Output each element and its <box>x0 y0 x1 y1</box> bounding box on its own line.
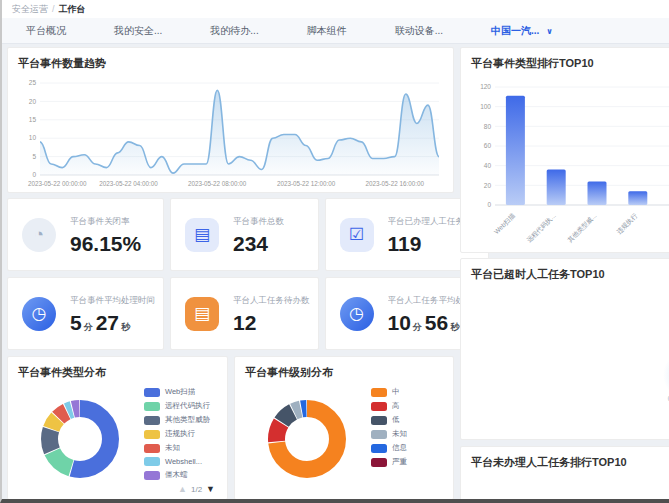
breadcrumb-section[interactable]: 安全运营 <box>12 3 48 16</box>
legend-label: 远程代码执行 <box>165 401 210 411</box>
legend-pager: ▲ 1/2 ▼ <box>178 484 215 494</box>
clock-icon <box>340 297 374 331</box>
card-title-event-trend: 平台事件数量趋势 <box>8 48 453 75</box>
kpi-number: 5 <box>70 311 82 334</box>
svg-text:100: 100 <box>480 103 491 110</box>
svg-text:40: 40 <box>484 162 492 169</box>
legend-label: 中 <box>392 387 400 397</box>
legend-item[interactable]: 严重 <box>371 457 407 467</box>
kpi-card-event-close-rate: 平台事件关闭率 96.15% <box>7 198 164 271</box>
kpi-card-event-total: 平台事件总数 234 <box>170 198 319 271</box>
kpi-value: 96.15% <box>70 233 151 254</box>
legend-label: 僵木蠕 <box>165 470 188 480</box>
legend-label: 严重 <box>392 457 407 467</box>
kpi-value: 5分27秒 <box>70 312 155 333</box>
card-overdue-tasks: 平台已超时人工任务TOP10 00 <box>460 258 669 440</box>
legend-swatch <box>144 457 160 466</box>
tab-linked-devices[interactable]: 联动设备... <box>395 24 443 38</box>
legend-item[interactable]: 高 <box>371 401 407 411</box>
svg-text:违规执行: 违规执行 <box>615 211 639 235</box>
tab-script-components[interactable]: 脚本组件 <box>307 24 347 38</box>
kpi-number: 96.15% <box>70 232 141 255</box>
kpi-number: 119 <box>388 232 422 255</box>
event-type-donut-chart <box>30 389 130 489</box>
svg-text:Web扫描: Web扫描 <box>493 211 518 236</box>
svg-text:5: 5 <box>32 153 36 160</box>
kpi-unit: 秒 <box>450 322 459 332</box>
legend-label: 高 <box>392 401 400 411</box>
svg-text:2023-05-22 12:00:00: 2023-05-22 12:00:00 <box>277 180 336 187</box>
legend-swatch <box>144 416 160 425</box>
legend-item[interactable]: 信息 <box>371 443 407 453</box>
svg-text:0: 0 <box>32 171 36 178</box>
kpi-label: 平台事件总数 <box>233 216 284 228</box>
kpi-number: 56 <box>425 311 448 334</box>
legend-page-down-icon[interactable]: ▼ <box>206 484 215 494</box>
svg-text:10: 10 <box>29 134 37 141</box>
kpi-label: 平台人工任务待办数 <box>233 295 310 307</box>
kpi-number: 10 <box>388 311 411 334</box>
svg-text:20: 20 <box>29 98 37 105</box>
kpi-value: 12 <box>233 312 310 333</box>
legend-item[interactable]: 其他类型威胁 <box>144 415 210 425</box>
chevron-down-icon[interactable]: ∨ <box>546 27 553 36</box>
task-check-icon <box>340 218 374 252</box>
legend-item[interactable]: 远程代码执行 <box>144 401 210 411</box>
legend-label: 信息 <box>392 443 407 453</box>
tab-my-security[interactable]: 我的安全... <box>114 24 162 38</box>
card-title-level-distribution: 平台事件级别分布 <box>235 357 453 384</box>
legend-label: 未知 <box>165 443 180 453</box>
svg-text:其他类型威...: 其他类型威... <box>565 212 598 245</box>
kpi-grid: 平台事件关闭率 96.15% 平台事件总数 234 平台已办理人工任务数 119… <box>7 198 454 350</box>
tab-china-faw[interactable]: 中国一汽... ∨ <box>491 24 553 38</box>
clock-icon <box>22 297 56 331</box>
legend-swatch <box>144 444 160 453</box>
kpi-label: 平台事件平均处理时间 <box>70 295 155 307</box>
svg-text:2023-05-22 04:00:00: 2023-05-22 04:00:00 <box>99 180 158 187</box>
legend-item[interactable]: Web扫描 <box>144 387 210 397</box>
tab-my-todo[interactable]: 我的待办... <box>210 24 258 38</box>
svg-text:120: 120 <box>480 83 491 90</box>
legend-swatch <box>144 402 160 411</box>
event-type-bar-chart: 020406080100120Web扫描远程代码执...其他类型威...违规执行 <box>461 75 669 249</box>
legend-item[interactable]: 低 <box>371 415 407 425</box>
kpi-value: 234 <box>233 233 284 254</box>
tab-platform-overview[interactable]: 平台概况 <box>26 24 66 38</box>
event-doc-icon <box>185 218 219 252</box>
kpi-label: 平台事件关闭率 <box>70 216 151 228</box>
legend-item[interactable]: Webshell... <box>144 457 210 466</box>
card-event-trend: 平台事件数量趋势 05101520252023-05-22 00:00:0020… <box>7 47 454 193</box>
legend-label: 低 <box>392 415 400 425</box>
svg-text:20: 20 <box>484 182 492 189</box>
event-level-donut-chart <box>257 389 357 489</box>
svg-text:2023-05-22 16:00:00: 2023-05-22 16:00:00 <box>365 180 424 187</box>
breadcrumb: 安全运营 / 工作台 <box>2 0 669 18</box>
legend-page-up-icon[interactable]: ▲ <box>178 484 187 494</box>
svg-text:60: 60 <box>484 142 492 149</box>
kpi-number: 234 <box>233 232 268 255</box>
legend-item[interactable]: 中 <box>371 387 407 397</box>
card-title-type-ranking: 平台事件类型排行TOP10 <box>461 48 669 75</box>
event-level-legend: 中高低未知信息严重 <box>371 387 407 467</box>
legend-swatch <box>371 444 387 453</box>
card-title-type-distribution: 平台事件类型分布 <box>8 357 227 384</box>
svg-text:2023-05-22 08:00:00: 2023-05-22 08:00:00 <box>188 180 247 187</box>
legend-item[interactable]: 违规执行 <box>144 429 210 439</box>
legend-item[interactable]: 僵木蠕 <box>144 470 210 480</box>
svg-text:25: 25 <box>29 79 37 86</box>
legend-label: 未知 <box>392 429 407 439</box>
event-trend-line-chart: 05101520252023-05-22 00:00:002023-05-22 … <box>8 75 453 193</box>
kpi-unit: 秒 <box>121 322 130 332</box>
legend-item[interactable]: 未知 <box>144 443 210 453</box>
card-unhandled-tasks-ranking: 平台未办理人工任务排行TOP10 <box>460 446 669 503</box>
breadcrumb-current: 工作台 <box>59 3 86 16</box>
legend-swatch <box>371 402 387 411</box>
legend-swatch <box>371 416 387 425</box>
svg-text:15: 15 <box>29 116 37 123</box>
card-event-type-ranking: 平台事件类型排行TOP10 020406080100120Web扫描远程代码执.… <box>460 47 669 253</box>
kpi-card-avg-event-time: 平台事件平均处理时间 5分27秒 <box>7 277 164 350</box>
legend-item[interactable]: 未知 <box>371 429 407 439</box>
svg-text:2023-05-22 00:00:00: 2023-05-22 00:00:00 <box>28 180 87 187</box>
legend-swatch <box>371 430 387 439</box>
legend-swatch <box>144 430 160 439</box>
